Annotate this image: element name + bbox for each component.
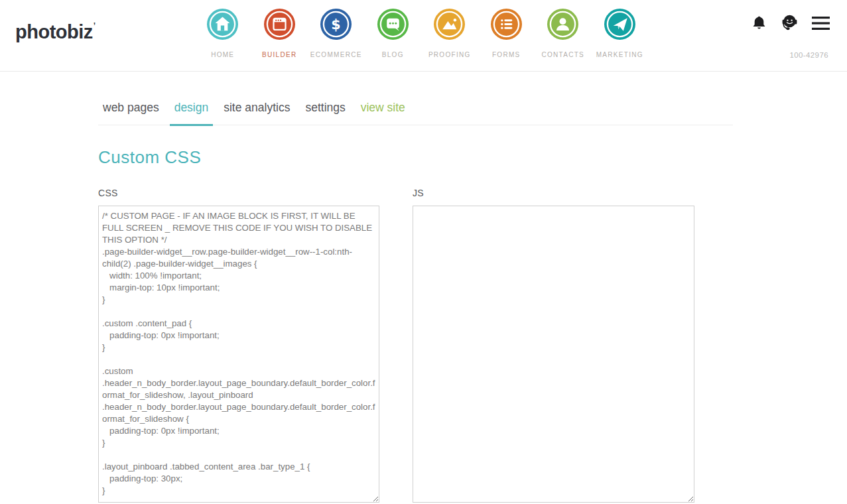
css-label: CSS — [98, 188, 379, 198]
nav-label: ECOMMERCE — [310, 51, 362, 58]
contacts-icon — [547, 9, 578, 40]
nav-item-blog[interactable]: BLOG — [365, 9, 422, 58]
header-utility-icons — [751, 14, 830, 32]
css-editor-column: CSS /* CUSTOM PAGE - IF AN IMAGE BLOCK I… — [98, 188, 379, 504]
builder-tabs: web pages design site analytics settings… — [98, 101, 733, 125]
support-headset-icon[interactable] — [779, 14, 799, 32]
logo-text: photobiz — [15, 21, 93, 42]
page-title: Custom CSS — [98, 147, 847, 168]
nav-item-home[interactable]: HOME — [194, 9, 251, 58]
nav-item-builder[interactable]: BUILDER — [251, 9, 308, 58]
tab-settings[interactable]: settings — [300, 101, 350, 125]
nav-label: BUILDER — [262, 51, 296, 58]
marketing-icon — [604, 9, 635, 40]
nav-label: MARKETING — [596, 51, 643, 58]
blog-icon — [377, 9, 409, 40]
nav-item-proofing[interactable]: PROOFING — [421, 9, 478, 58]
logo-trademark: ’ — [94, 21, 96, 31]
proofing-icon — [434, 9, 465, 40]
nav-label: FORMS — [492, 51, 521, 58]
nav-item-marketing[interactable]: MARKETING — [592, 9, 649, 58]
primary-nav: HOME BUILDER $ ECOMMERCE BLOG PROOFING — [194, 9, 648, 58]
builder-icon — [264, 9, 295, 40]
nav-item-ecommerce[interactable]: $ ECOMMERCE — [308, 9, 365, 58]
notifications-bell-icon[interactable] — [751, 15, 767, 32]
account-number: 100-42976 — [789, 51, 828, 59]
forms-icon — [491, 9, 522, 40]
nav-label: BLOG — [382, 51, 404, 58]
tab-design[interactable]: design — [170, 101, 214, 126]
tab-web-pages[interactable]: web pages — [98, 101, 164, 125]
js-label: JS — [413, 188, 694, 198]
tab-view-site[interactable]: view site — [356, 101, 410, 125]
photobiz-logo[interactable]: photobiz’ — [15, 21, 96, 43]
nav-label: CONTACTS — [541, 51, 584, 58]
nav-item-forms[interactable]: FORMS — [478, 9, 535, 58]
js-editor-column: JS — [413, 188, 694, 504]
tab-site-analytics[interactable]: site analytics — [219, 101, 294, 125]
ecommerce-icon: $ — [320, 9, 352, 40]
css-editor-textarea[interactable]: /* CUSTOM PAGE - IF AN IMAGE BLOCK IS FI… — [98, 206, 379, 503]
js-editor-textarea[interactable] — [413, 206, 694, 503]
code-editors: CSS /* CUSTOM PAGE - IF AN IMAGE BLOCK I… — [98, 188, 847, 504]
nav-label: PROOFING — [428, 51, 471, 58]
nav-item-contacts[interactable]: CONTACTS — [535, 9, 592, 58]
svg-text:$: $ — [332, 17, 341, 32]
builder-design-page: web pages design site analytics settings… — [0, 101, 847, 504]
app-header: photobiz’ HOME BUILDER $ ECOMMERCE BLOG — [0, 0, 847, 72]
home-icon — [207, 9, 238, 40]
hamburger-menu-icon[interactable] — [812, 16, 830, 31]
nav-label: HOME — [211, 51, 234, 58]
